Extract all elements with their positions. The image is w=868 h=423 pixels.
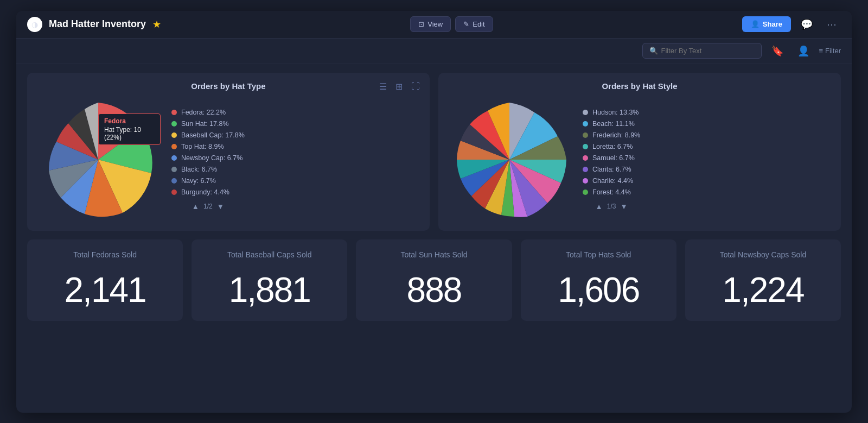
chart1-prev-btn[interactable]: ▲ bbox=[192, 203, 199, 211]
edit-button[interactable]: ✎ Edit bbox=[455, 16, 493, 32]
chart1-legend-nav: ▲ 1/2 ▼ bbox=[171, 203, 245, 211]
legend-dot bbox=[171, 190, 177, 195]
chart2-svg bbox=[447, 97, 572, 222]
stat-label-2: Total Sun Hats Sold bbox=[401, 250, 468, 259]
filter-button[interactable]: ≡ Filter bbox=[819, 47, 841, 55]
view-icon: ⊡ bbox=[418, 20, 424, 28]
chart-panel-hat-type: Orders by Hat Type ☰ ⊞ ⛶ bbox=[27, 73, 430, 231]
search-box[interactable]: 🔍 bbox=[642, 43, 762, 59]
chart1-legend: Fedora: 22.2%Sun Hat: 17.8%Baseball Cap:… bbox=[171, 109, 245, 196]
chart2-legend-item-4: Samuel: 6.7% bbox=[583, 154, 640, 162]
share-user-icon: 👤 bbox=[751, 20, 760, 28]
chart1-expand-btn[interactable]: ⛶ bbox=[409, 80, 422, 93]
star-icon: ★ bbox=[152, 18, 161, 30]
comment-button[interactable]: 💬 bbox=[796, 16, 817, 33]
stat-card-1: Total Baseball Caps Sold 1,881 bbox=[192, 239, 347, 321]
toolbar: 🔍 🔖 👤 ≡ Filter bbox=[16, 39, 852, 64]
chart1-next-btn[interactable]: ▼ bbox=[217, 203, 224, 211]
app-window: ◑ Mad Hatter Inventory ★ ⊡ View ✎ Edit 👤… bbox=[16, 11, 852, 413]
chart2-title: Orders by Hat Style bbox=[447, 81, 832, 91]
chart2-page: 1/3 bbox=[607, 203, 616, 210]
chart1-legend-item-0: Fedora: 22.2% bbox=[171, 109, 245, 116]
stat-value-3: 1,606 bbox=[558, 270, 639, 310]
chart2-legend-item-2: Frederich: 8.9% bbox=[583, 131, 640, 139]
stat-card-3: Total Top Hats Sold 1,606 bbox=[521, 239, 676, 321]
app-logo: ◑ bbox=[27, 17, 42, 32]
legend-dot bbox=[171, 132, 177, 138]
chart2-legend-item-3: Loretta: 6.7% bbox=[583, 143, 640, 150]
filter-label: Filter bbox=[825, 47, 841, 55]
legend-dot bbox=[583, 190, 588, 195]
stat-value-0: 2,141 bbox=[65, 270, 146, 310]
chart1-legend-item-5: Black: 6.7% bbox=[171, 166, 245, 173]
stat-card-2: Total Sun Hats Sold 888 bbox=[356, 239, 512, 321]
stat-value-1: 1,881 bbox=[229, 270, 310, 310]
charts-row: Orders by Hat Type ☰ ⊞ ⛶ bbox=[27, 73, 841, 231]
legend-dot bbox=[583, 167, 588, 172]
edit-icon: ✎ bbox=[463, 20, 469, 28]
chart1-toolbar: ☰ ⊞ ⛶ bbox=[377, 80, 422, 93]
legend-dot bbox=[583, 178, 588, 184]
chart2-legend-item-6: Charlie: 4.4% bbox=[583, 177, 640, 185]
chart2-legend-item-1: Beach: 11.1% bbox=[583, 120, 640, 128]
chart2-legend-item-5: Clarita: 6.7% bbox=[583, 166, 640, 173]
chart2-legend-item-0: Hudson: 13.3% bbox=[583, 109, 640, 116]
chart1-legend-item-3: Top Hat: 8.9% bbox=[171, 143, 245, 150]
chart1-pie: Fedora Hat Type: 10 (22%) bbox=[36, 97, 161, 222]
chart-panel-hat-style: Orders by Hat Style bbox=[438, 73, 841, 231]
chart1-list-btn[interactable]: ☰ bbox=[377, 80, 389, 93]
legend-dot bbox=[171, 121, 177, 127]
filter-icon: ≡ bbox=[819, 47, 824, 55]
chart1-page: 1/2 bbox=[203, 203, 213, 210]
legend-dot bbox=[171, 167, 177, 172]
chart2-prev-btn[interactable]: ▲ bbox=[596, 203, 603, 211]
stat-card-0: Total Fedoras Sold 2,141 bbox=[27, 239, 183, 321]
chart2-pie bbox=[447, 97, 572, 222]
chart1-legend-item-4: Newsboy Cap: 6.7% bbox=[171, 154, 245, 162]
stat-value-4: 1,224 bbox=[722, 270, 803, 310]
stat-label-1: Total Baseball Caps Sold bbox=[227, 250, 312, 259]
bookmark-button[interactable]: 🔖 bbox=[767, 43, 788, 59]
chart1-body: Fedora Hat Type: 10 (22%) Fedora: 22.2%S… bbox=[36, 97, 421, 222]
chart2-legend: Hudson: 13.3%Beach: 11.1%Frederich: 8.9%… bbox=[583, 109, 640, 196]
share-button[interactable]: 👤 Share bbox=[742, 16, 791, 32]
main-content: Orders by Hat Type ☰ ⊞ ⛶ bbox=[16, 64, 852, 413]
legend-dot bbox=[171, 110, 177, 115]
search-input[interactable] bbox=[661, 47, 755, 55]
topbar-right: 👤 Share 💬 ⋯ bbox=[742, 16, 841, 33]
chart1-legend-item-2: Baseball Cap: 17.8% bbox=[171, 131, 245, 139]
legend-dot bbox=[171, 155, 177, 161]
stats-row: Total Fedoras Sold 2,141 Total Baseball … bbox=[27, 239, 841, 321]
chart1-legend-item-7: Burgundy: 4.4% bbox=[171, 188, 245, 196]
legend-dot bbox=[583, 144, 588, 149]
legend-dot bbox=[583, 155, 588, 161]
chart2-next-btn[interactable]: ▼ bbox=[620, 203, 627, 211]
legend-dot bbox=[583, 132, 588, 138]
view-label: View bbox=[427, 20, 443, 28]
profile-button[interactable]: 👤 bbox=[793, 43, 814, 59]
chart1-title: Orders by Hat Type bbox=[36, 81, 421, 91]
topbar: ◑ Mad Hatter Inventory ★ ⊡ View ✎ Edit 👤… bbox=[16, 11, 852, 39]
stat-label-3: Total Top Hats Sold bbox=[566, 250, 631, 259]
logo-symbol: ◑ bbox=[31, 20, 38, 29]
stat-value-2: 888 bbox=[407, 270, 462, 310]
legend-dot bbox=[171, 178, 177, 184]
chart2-legend-nav: ▲ 1/3 ▼ bbox=[583, 203, 640, 211]
share-label: Share bbox=[763, 20, 782, 28]
chart2-body: Hudson: 13.3%Beach: 11.1%Frederich: 8.9%… bbox=[447, 97, 832, 222]
more-menu-button[interactable]: ⋯ bbox=[822, 16, 841, 33]
chart1-svg bbox=[36, 97, 161, 222]
app-title: Mad Hatter Inventory bbox=[49, 18, 146, 30]
legend-dot bbox=[583, 121, 588, 127]
chart2-legend-item-7: Forest: 4.4% bbox=[583, 188, 640, 196]
chart1-grid-btn[interactable]: ⊞ bbox=[393, 80, 405, 93]
edit-label: Edit bbox=[473, 20, 484, 28]
chart1-legend-item-1: Sun Hat: 17.8% bbox=[171, 120, 245, 128]
stat-card-4: Total Newsboy Caps Sold 1,224 bbox=[685, 239, 841, 321]
legend-dot bbox=[171, 144, 177, 149]
legend-dot bbox=[583, 110, 588, 115]
stat-label-4: Total Newsboy Caps Sold bbox=[720, 250, 807, 259]
search-icon: 🔍 bbox=[649, 47, 658, 55]
stat-label-0: Total Fedoras Sold bbox=[73, 250, 137, 259]
view-button[interactable]: ⊡ View bbox=[410, 16, 451, 32]
